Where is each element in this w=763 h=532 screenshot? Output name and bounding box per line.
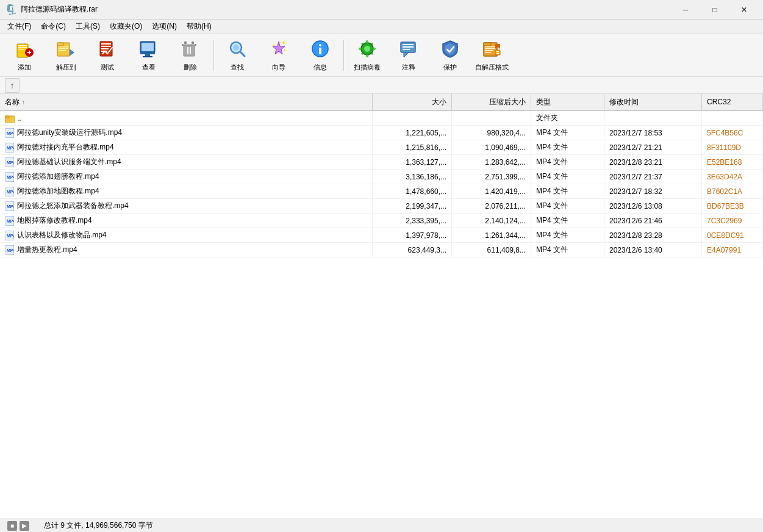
file-name-text-4: 阿拉德添加翅膀教程.mp4 xyxy=(17,171,99,182)
file-row-7[interactable]: MP4 地图掉落修改教程.mp42,333,395,...2,140,124,.… xyxy=(0,214,763,228)
svg-point-38 xyxy=(319,44,321,46)
svg-rect-28 xyxy=(190,47,191,54)
file-size-8: 1,397,978,... xyxy=(373,228,452,242)
nav-up-button[interactable]: ↑ xyxy=(5,78,20,93)
column-header-2[interactable]: 压缩后大小 xyxy=(452,94,531,110)
toolbar-icon-查找 xyxy=(227,39,247,62)
menu-item-工具(S)[interactable]: 工具(S) xyxy=(71,20,105,33)
toolbar-button-添加[interactable]: 添加 xyxy=(5,37,44,74)
file-crc-5: B7602C1A xyxy=(702,184,763,198)
column-header-0[interactable]: 名称↑ xyxy=(0,94,373,110)
menu-item-文件(F)[interactable]: 文件(F) xyxy=(2,20,36,33)
column-header: 名称↑大小压缩后大小类型修改时间CRC32 xyxy=(0,94,763,111)
svg-rect-15 xyxy=(101,46,111,47)
svg-rect-11 xyxy=(59,50,66,51)
svg-rect-24 xyxy=(192,41,194,44)
svg-rect-8 xyxy=(57,43,63,46)
file-row-4[interactable]: MP4 阿拉德添加翅膀教程.mp43,136,186,...2,751,399,… xyxy=(0,170,763,184)
svg-point-51 xyxy=(366,55,368,57)
file-name-5: MP4 阿拉德添加地图教程.mp4 xyxy=(0,184,373,198)
file-row-6[interactable]: MP4 阿拉德之怒添加武器装备教程.mp42,199,347,...2,076,… xyxy=(0,199,763,214)
file-type-2: MP4 文件 xyxy=(531,140,604,154)
toolbar-button-信息[interactable]: 信息 xyxy=(301,37,340,74)
window-title: 阿拉德源码编译教程.rar xyxy=(21,4,672,15)
file-row-5[interactable]: MP4 阿拉德添加地图教程.mp41,478,660,...1,420,419,… xyxy=(0,184,763,199)
toolbar-icon-测试 xyxy=(98,39,117,62)
file-name-6: MP4 阿拉德之怒添加武器装备教程.mp4 xyxy=(0,199,373,213)
file-row-2[interactable]: MP4 阿拉德对接内充平台教程.mp41,215,816,...1,090,46… xyxy=(0,140,763,155)
column-header-1[interactable]: 大小 xyxy=(373,94,452,110)
file-crc-0 xyxy=(702,111,763,125)
file-name-text-2: 阿拉德对接内充平台教程.mp4 xyxy=(17,142,114,153)
close-button[interactable]: ✕ xyxy=(730,0,758,20)
file-type-5: MP4 文件 xyxy=(531,184,604,198)
column-header-3[interactable]: 类型 xyxy=(531,94,604,110)
toolbar-icon-删除 xyxy=(181,39,200,62)
file-icon-0 xyxy=(5,113,15,123)
file-icon-7: MP4 xyxy=(5,216,15,226)
file-rows: ..文件夹 MP4 阿拉德unity安装级运行源码.mp41,221,605,.… xyxy=(0,111,763,519)
toolbar-icon-查看 xyxy=(139,39,159,62)
file-name-0: .. xyxy=(0,111,373,125)
toolbar-button-查看[interactable]: 查看 xyxy=(129,37,168,74)
menu-item-命令(C)[interactable]: 命令(C) xyxy=(36,20,71,33)
file-row-3[interactable]: MP4 阿拉德基础认识服务端文件.mp41,363,127,...1,283,6… xyxy=(0,155,763,170)
toolbar-button-查找[interactable]: 查找 xyxy=(218,37,257,74)
file-size-6: 2,199,347,... xyxy=(373,199,452,213)
status-icon-2: ▶ xyxy=(20,521,29,531)
file-modified-2: 2023/12/7 21:21 xyxy=(604,140,702,154)
file-size-3: 1,363,127,... xyxy=(373,155,452,169)
svg-line-47 xyxy=(371,53,373,54)
svg-point-50 xyxy=(366,40,368,43)
toolbar-icon-注释 xyxy=(399,39,418,62)
svg-rect-62 xyxy=(485,48,496,49)
file-row-8[interactable]: MP4 认识表格以及修改物品.mp41,397,978,...1,261,344… xyxy=(0,228,763,243)
toolbar: 添加 解压到 测试 查看 删除 查找 向导 xyxy=(0,34,763,77)
minimize-button[interactable]: ─ xyxy=(672,0,700,20)
file-type-1: MP4 文件 xyxy=(531,126,604,140)
column-header-4[interactable]: 修改时间 xyxy=(604,94,702,110)
file-name-text-1: 阿拉德unity安装级运行源码.mp4 xyxy=(17,128,122,138)
file-crc-9: E4A07991 xyxy=(702,243,763,257)
svg-point-36 xyxy=(284,49,286,51)
file-compressed-0 xyxy=(452,111,531,125)
toolbar-label-查看: 查看 xyxy=(142,63,156,72)
file-icon-4: MP4 xyxy=(5,172,15,182)
maximize-button[interactable]: □ xyxy=(701,0,729,20)
menu-item-帮助(H)[interactable]: 帮助(H) xyxy=(182,20,217,33)
file-size-5: 1,478,660,... xyxy=(373,184,452,198)
file-name-9: MP4 增量热更教程.mp4 xyxy=(0,243,373,257)
file-name-4: MP4 阿拉德添加翅膀教程.mp4 xyxy=(0,170,373,184)
svg-marker-12 xyxy=(70,49,74,56)
file-icon-8: MP4 xyxy=(5,231,15,240)
toolbar-button-自解压格式[interactable]: 自解压格式 xyxy=(472,37,511,74)
toolbar-button-删除[interactable]: 删除 xyxy=(171,37,210,74)
toolbar-button-解压到[interactable]: 解压到 xyxy=(46,37,85,74)
svg-marker-65 xyxy=(495,44,500,49)
svg-rect-27 xyxy=(187,47,188,54)
toolbar-button-注释[interactable]: 注释 xyxy=(389,37,428,74)
toolbar-icon-保护 xyxy=(440,39,460,62)
file-row-9[interactable]: MP4 增量热更教程.mp4623,449,3...611,409,8...MP… xyxy=(0,243,763,257)
file-row-0[interactable]: ..文件夹 xyxy=(0,111,763,126)
svg-rect-20 xyxy=(140,52,155,54)
toolbar-button-测试[interactable]: 测试 xyxy=(88,37,127,74)
column-header-5[interactable]: CRC32 xyxy=(702,94,763,110)
svg-line-48 xyxy=(371,43,373,45)
file-name-text-3: 阿拉德基础认识服务端文件.mp4 xyxy=(17,157,121,167)
svg-rect-3 xyxy=(18,49,24,50)
file-type-3: MP4 文件 xyxy=(531,155,604,169)
file-crc-2: 8F31109D xyxy=(702,140,763,154)
svg-rect-66 xyxy=(495,50,500,55)
toolbar-icon-向导 xyxy=(269,39,288,62)
menu-item-选项(N)[interactable]: 选项(N) xyxy=(147,20,182,33)
file-compressed-3: 1,283,642,... xyxy=(452,155,531,169)
file-row-1[interactable]: MP4 阿拉德unity安装级运行源码.mp41,221,605,...980,… xyxy=(0,126,763,140)
toolbar-button-扫描病毒[interactable]: 扫描病毒 xyxy=(348,37,387,74)
toolbar-button-向导[interactable]: 向导 xyxy=(259,37,298,74)
toolbar-button-保护[interactable]: 保护 xyxy=(431,37,470,74)
svg-rect-61 xyxy=(485,46,496,48)
status-summary: 总计 9 文件, 14,969,566,750 字节 xyxy=(44,520,153,531)
menu-item-收藏夹(O)[interactable]: 收藏夹(O) xyxy=(105,20,147,33)
svg-line-49 xyxy=(362,53,363,54)
